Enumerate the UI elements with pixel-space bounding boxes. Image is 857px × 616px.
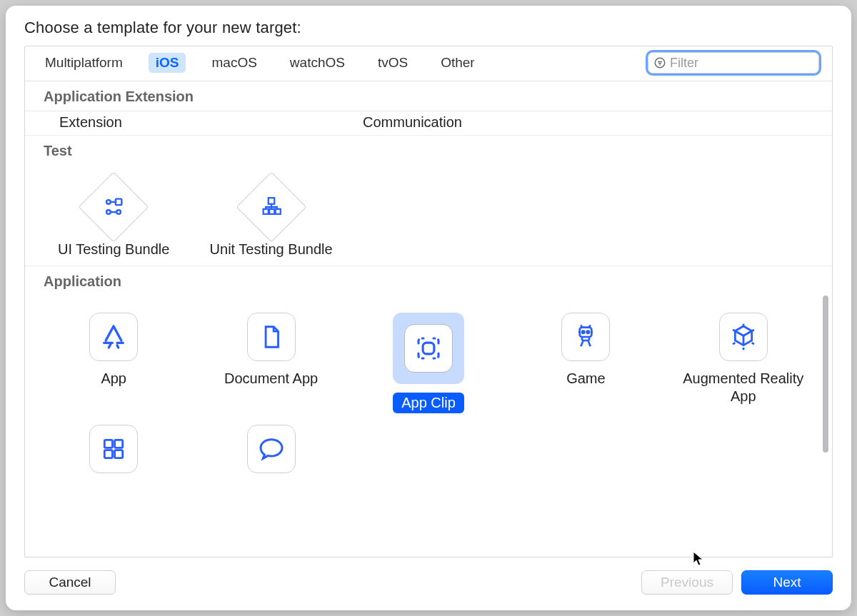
svg-point-3 <box>106 210 111 214</box>
filter-icon <box>653 56 666 69</box>
previous-button: Previous <box>641 570 733 595</box>
cancel-button[interactable]: Cancel <box>24 570 116 595</box>
section-application: Application <box>25 266 832 296</box>
tab-other[interactable]: Other <box>433 53 482 73</box>
template-app-clip[interactable]: App Clip <box>353 308 504 413</box>
scrollbar-thumb[interactable] <box>823 296 828 453</box>
svg-rect-16 <box>115 450 123 458</box>
template-label: UI Testing Bundle <box>58 241 169 258</box>
ui-test-icon <box>79 172 149 243</box>
app-extension-row: Extension Communication <box>25 111 832 136</box>
template-imessage[interactable] <box>195 420 346 473</box>
selection-highlight <box>393 313 464 384</box>
svg-point-4 <box>116 210 121 214</box>
filter-input[interactable] <box>648 52 819 74</box>
template-ar-app[interactable]: Augmented Reality App <box>668 308 819 413</box>
template-label: Unit Testing Bundle <box>210 241 333 258</box>
tab-watchos[interactable]: watchOS <box>283 53 352 73</box>
template-document-app[interactable]: Document App <box>195 308 346 413</box>
template-app[interactable]: App <box>38 308 189 413</box>
svg-rect-9 <box>423 343 434 354</box>
section-item-communication[interactable]: Communication <box>363 114 666 131</box>
section-test: Test <box>25 136 832 165</box>
speech-bubble-icon <box>247 425 296 473</box>
template-sticker-pack[interactable] <box>38 420 189 473</box>
tab-macos[interactable]: macOS <box>204 53 264 73</box>
template-game[interactable]: Game <box>510 308 661 413</box>
app-store-icon <box>89 313 138 361</box>
svg-rect-2 <box>116 199 122 206</box>
footer: Cancel Previous Next <box>24 557 833 595</box>
document-icon <box>247 313 296 361</box>
scrollbar[interactable] <box>823 296 830 524</box>
templates-frame: Multiplatform iOS macOS watchOS tvOS Oth… <box>24 46 833 557</box>
svg-rect-15 <box>105 450 113 458</box>
unit-test-icon <box>236 172 306 243</box>
sheet-title: Choose a template for your new target: <box>24 19 833 37</box>
templates-scroll[interactable]: Application Extension Extension Communic… <box>25 81 832 557</box>
robot-icon <box>561 313 610 361</box>
tab-ios[interactable]: iOS <box>149 53 186 73</box>
svg-point-1 <box>106 200 111 204</box>
template-unit-testing-bundle[interactable]: Unit Testing Bundle <box>195 178 346 258</box>
four-squares-icon <box>89 425 138 473</box>
section-app-extension: Application Extension <box>25 81 832 111</box>
svg-point-11 <box>582 331 584 333</box>
template-label: Game <box>566 370 605 388</box>
template-ui-testing-bundle[interactable]: UI Testing Bundle <box>38 178 189 258</box>
platform-tabbar: Multiplatform iOS macOS watchOS tvOS Oth… <box>25 46 832 81</box>
svg-rect-8 <box>275 209 280 214</box>
template-chooser-sheet: Choose a template for your new target: M… <box>6 6 851 610</box>
template-label: App <box>101 370 126 388</box>
template-label: Document App <box>224 370 318 388</box>
tab-multiplatform[interactable]: Multiplatform <box>38 53 130 73</box>
svg-rect-13 <box>105 440 113 448</box>
next-button[interactable]: Next <box>741 570 833 595</box>
svg-point-12 <box>587 331 589 333</box>
svg-rect-5 <box>268 198 274 204</box>
section-item-extension[interactable]: Extension <box>59 114 363 131</box>
tab-tvos[interactable]: tvOS <box>371 53 415 73</box>
app-clip-icon <box>404 324 453 373</box>
template-label: App Clip <box>393 393 464 413</box>
ar-cube-icon <box>719 313 768 361</box>
svg-rect-6 <box>263 209 268 214</box>
svg-rect-14 <box>115 440 123 448</box>
template-label: Augmented Reality App <box>679 370 808 405</box>
mouse-cursor-icon <box>693 551 704 567</box>
svg-rect-7 <box>269 209 274 214</box>
